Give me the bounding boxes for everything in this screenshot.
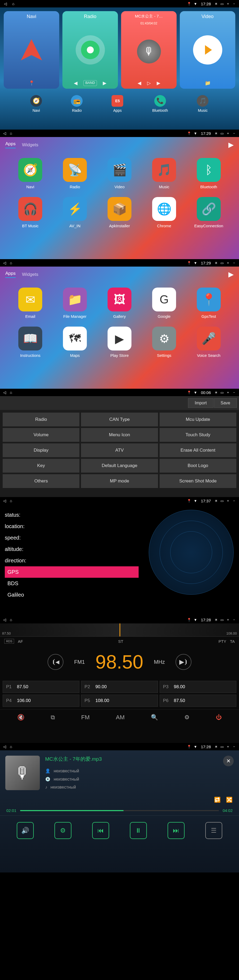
recent-icon[interactable]: ▭ [220, 2, 224, 6]
volume-button[interactable]: 🔊 [17, 822, 34, 839]
app-chrome[interactable]: 🌐Chrome [145, 197, 184, 228]
next-button[interactable]: ⏭ [167, 822, 185, 839]
back-icon[interactable]: ◁ [3, 499, 6, 503]
play-store-icon[interactable]: ▶ [228, 270, 234, 278]
card-navi[interactable]: Navi 📍 [4, 11, 59, 89]
shuffle-icon[interactable]: 🔀 [226, 797, 233, 803]
dock-bluetooth[interactable]: 📞Bluetooth [152, 95, 168, 113]
back-icon[interactable]: ◁ [3, 745, 6, 749]
gps-system-gps[interactable]: GPS [5, 566, 139, 578]
save-button[interactable]: Save [214, 398, 237, 408]
setting-mcuupdate[interactable]: Mcu Update [159, 413, 236, 426]
setting-others[interactable]: Others [3, 474, 80, 488]
app-easyconnection[interactable]: 🔗EasyConnection [189, 197, 228, 228]
eq-button[interactable]: ⚙ [54, 822, 72, 839]
prev-button[interactable]: ⏮ [92, 822, 109, 839]
tab-widgets[interactable]: Widgets [22, 272, 38, 277]
pty-flag[interactable]: PTY [218, 639, 226, 644]
setting-atv[interactable]: ATV [81, 444, 158, 457]
back-icon[interactable]: ◁ [3, 261, 6, 265]
home-icon[interactable]: ⌂ [10, 617, 12, 622]
setting-display[interactable]: Display [3, 444, 80, 457]
recent-icon[interactable]: ▭ [220, 131, 224, 135]
back-icon[interactable]: ◁ [3, 390, 6, 395]
dock-navi[interactable]: 🧭Navi [30, 95, 42, 113]
back-icon[interactable]: ◁ [3, 2, 8, 6]
power-icon[interactable]: ⏻ [216, 714, 222, 721]
ta-flag[interactable]: TA [230, 639, 235, 644]
tab-widgets[interactable]: Widgets [22, 142, 38, 148]
mute-icon[interactable]: 🔇 [17, 714, 24, 721]
app-bluetooth[interactable]: ᛒBluetooth [189, 158, 228, 189]
app-settings[interactable]: ⚙Settings [145, 326, 184, 358]
app-email[interactable]: ✉Email [11, 288, 50, 318]
setting-cantype[interactable]: CAN Type [81, 413, 158, 426]
app-maps[interactable]: 🗺Maps [55, 326, 94, 358]
brightness-icon[interactable]: ☀ [215, 2, 218, 6]
app-music[interactable]: 🎵Music [145, 158, 184, 189]
app-google[interactable]: GGoogle [145, 288, 184, 318]
prev-icon[interactable]: ◀ [74, 80, 78, 86]
gps-system-bds[interactable]: BDS [5, 578, 139, 589]
app-gpstest[interactable]: 📍GpsTest [189, 288, 228, 318]
preset-p1[interactable]: P187.50 [3, 681, 80, 693]
preset-p5[interactable]: P5108.00 [81, 695, 158, 707]
rds-icon[interactable]: RDS [4, 639, 14, 644]
dock-music[interactable]: 🎵Music [197, 95, 209, 113]
card-radio[interactable]: Radio ◀ BAND ▶ [62, 11, 118, 89]
home-icon[interactable]: ⌂ [11, 2, 15, 6]
app-btmusic[interactable]: 🎧BT Music [11, 197, 50, 228]
home-icon[interactable]: ⌂ [10, 499, 12, 503]
am-button[interactable]: AM [116, 714, 124, 721]
home-icon[interactable]: ⌂ [10, 131, 12, 135]
app-avin[interactable]: ⚡AV_IN [55, 197, 94, 228]
prev-icon[interactable]: ◀ [137, 80, 141, 86]
setting-menuicon[interactable]: Menu Icon [81, 428, 158, 442]
app-instructions[interactable]: 📖Instructions [11, 326, 50, 358]
volup-icon[interactable]: ＋ [226, 1, 230, 6]
card-music[interactable]: MC水公主 - 7… 01:43/04:02 🎙 ◀ ▷ ▶ [121, 11, 177, 89]
close-button[interactable]: ✕ [223, 756, 234, 766]
setting-screenshotmode[interactable]: Screen Shot Mode [159, 474, 236, 488]
home-icon[interactable]: ⌂ [10, 745, 12, 749]
fm-button[interactable]: FM [81, 714, 90, 721]
progress-bar[interactable] [20, 810, 219, 811]
app-voicesearch[interactable]: 🎤Voice Search [189, 326, 228, 358]
setting-touchstudy[interactable]: Touch Study [159, 428, 236, 442]
setting-key[interactable]: Key [3, 459, 80, 473]
setting-defaultlanguage[interactable]: Default Language [81, 459, 158, 473]
app-apkinstaller[interactable]: 📦ApkInstaller [100, 197, 139, 228]
setting-mpmode[interactable]: MP mode [81, 474, 158, 488]
preset-p2[interactable]: P290.00 [81, 681, 158, 693]
home-icon[interactable]: ⌂ [10, 261, 12, 265]
back-icon[interactable]: ◁ [3, 131, 6, 135]
back-icon[interactable]: ◁ [3, 617, 6, 622]
frequency-dial[interactable]: 87.50 108.00 [0, 624, 239, 637]
band-label[interactable]: BAND [83, 80, 97, 86]
app-video[interactable]: 🎬Video [100, 158, 139, 189]
next-icon[interactable]: ▶ [157, 80, 160, 86]
scan-icon[interactable]: ⧉ [51, 714, 55, 721]
app-filemanager[interactable]: 📁File Manager [55, 288, 94, 318]
eq-icon[interactable]: ⚙ [184, 714, 190, 721]
preset-p6[interactable]: P687.50 [159, 695, 236, 707]
card-video[interactable]: Video 📁 [180, 11, 235, 89]
search-icon[interactable]: 🔍 [151, 714, 158, 721]
tab-apps[interactable]: Apps [5, 271, 16, 278]
setting-bootlogo[interactable]: Boot Logo [159, 459, 236, 473]
setting-radio[interactable]: Radio [3, 413, 80, 426]
preset-p3[interactable]: P398.00 [159, 681, 236, 693]
setting-volume[interactable]: Volume [3, 428, 80, 442]
app-gallery[interactable]: 🖼Gallery [100, 288, 139, 318]
play-icon[interactable]: ▷ [147, 80, 151, 86]
pause-button[interactable]: ⏸ [130, 822, 147, 839]
af-flag[interactable]: AF [18, 639, 23, 644]
home-icon[interactable]: ⌂ [10, 390, 12, 395]
repeat-icon[interactable]: 🔁 [214, 797, 221, 803]
seek-prev-button[interactable]: ⦗◀ [48, 654, 64, 670]
dock-radio[interactable]: 📻Radio [71, 95, 83, 113]
app-navi[interactable]: 🧭Navi [11, 158, 50, 189]
setting-eraseallcontent[interactable]: Erase All Content [159, 444, 236, 457]
dock-apps[interactable]: E5Apps [112, 95, 123, 113]
import-button[interactable]: Import [188, 398, 213, 408]
